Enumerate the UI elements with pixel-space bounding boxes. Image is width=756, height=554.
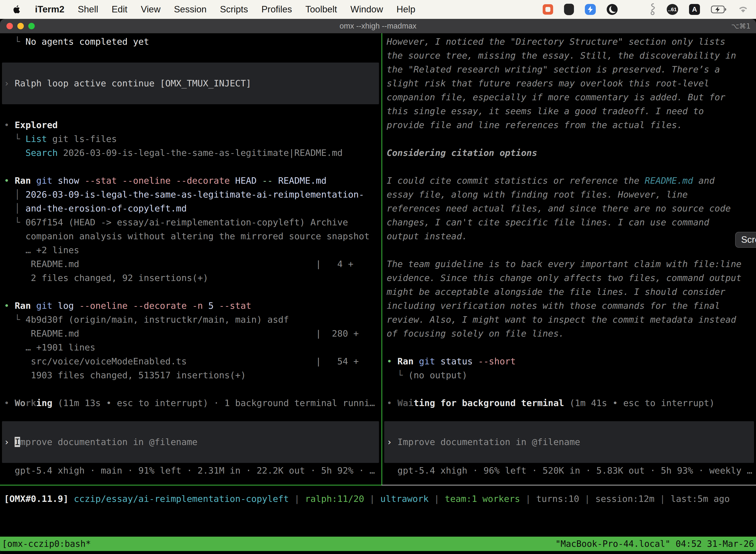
text-segment: 4b9d30f (origin/main, instructkr/main, m… [25, 315, 289, 325]
ralph-loop-banner[interactable]: › Ralph loop active continue [OMX_TMUX_I… [2, 63, 379, 104]
text-segment: ing [36, 398, 52, 408]
titlebar[interactable]: omx --xhigh --madmax ⌥⌘1 [0, 19, 756, 33]
text-segment: └ [4, 37, 25, 47]
text-segment: gpt-5.4 xhigh · main · 91% left · 2.31M … [4, 465, 375, 476]
text-segment: • [4, 120, 15, 130]
reasoning-text: provide file and line references from th… [387, 118, 756, 132]
text-segment: references need actual files, and since … [387, 203, 731, 214]
spacer [4, 382, 381, 396]
prompt-input-left[interactable]: › Improve documentation in @filename [2, 421, 379, 463]
omx-status-line: [OMX#0.11.9] cczip/essay/ai-reimplementa… [4, 492, 756, 506]
prompt-input-right[interactable]: › Improve documentation in @filename [384, 421, 754, 463]
menubar: iTerm2ShellEditViewSessionScriptsProfile… [0, 0, 756, 19]
text-segment: … +1901 lines [4, 342, 95, 352]
explored-search: Search 2026-03-09-is-legal-the-same-as-l… [4, 146, 381, 160]
text-segment: git [36, 175, 58, 186]
letter-a-app-icon[interactable]: A [689, 4, 700, 15]
text-segment: 067f154 (HEAD -> essay/ai-reimplementati… [25, 217, 348, 227]
menu-item-iterm2[interactable]: iTerm2 [28, 4, 71, 15]
text-segment: git [419, 356, 441, 366]
reasoning-text: references need actual files, and since … [387, 202, 756, 215]
text-segment: Explored [15, 120, 58, 130]
text-segment: I [15, 437, 20, 447]
reasoning-heading: Considering citation options [387, 146, 756, 160]
spacer [387, 243, 756, 257]
agents-status-line: └ No agents completed yet [4, 35, 381, 49]
text-segment: and-the-erosion-of-copyleft.md [25, 203, 187, 214]
text-segment: --short [478, 356, 516, 366]
text-segment: --stat --oneline --decorate [84, 175, 235, 186]
text-segment: session:12m [595, 494, 654, 504]
moon-app-icon[interactable] [607, 4, 618, 15]
text-segment: Ran [15, 175, 36, 186]
ran-git-status: • Ran git status --short [387, 354, 756, 368]
window-shortcut-badge: ⌥⌘1 [731, 22, 751, 30]
text-segment: 2 files changed, 92 insertions(+) [4, 273, 208, 283]
reasoning-text: slight risk that future readers may over… [387, 76, 756, 90]
reasoning-text: of focusing solely on file lines. [387, 327, 756, 340]
text-segment: Wai [397, 398, 414, 408]
text-segment: git ls-files [47, 134, 117, 144]
reasoning-text: changes, I can't cite specific file line… [387, 215, 756, 229]
text-segment: -n [192, 300, 208, 311]
text-segment: ralph:11/20 [305, 494, 364, 504]
text-segment: Search [25, 148, 58, 158]
git-log-output: README.md | 280 + [4, 327, 381, 340]
reasoning-text: the "Related research writing" section i… [387, 63, 756, 76]
battery-icon[interactable] [711, 5, 727, 13]
reasoning-text: evidence. Since this change only affects… [387, 271, 756, 285]
text-segment: and [693, 175, 714, 186]
working-status: • Working (11m 13s • esc to interrupt) ·… [4, 396, 381, 410]
menu-item-view[interactable]: View [134, 4, 168, 15]
text-segment: └ [4, 315, 25, 325]
wifi-icon[interactable] [738, 5, 749, 14]
text-segment: git [36, 300, 58, 311]
spacer [4, 285, 381, 299]
menu-item-scripts[interactable]: Scripts [213, 4, 255, 15]
screen-tooltip-label: Scre [741, 234, 756, 245]
text-segment: README.md [278, 175, 326, 186]
menu-item-help[interactable]: Help [390, 4, 422, 15]
text-segment: … +2 lines [4, 245, 79, 255]
git-log-output: 1903 files changed, 513517 insertions(+) [4, 368, 381, 382]
left-terminal-pane[interactable]: └ No agents completed yet› Ralph loop ac… [0, 33, 381, 485]
text-segment: • [4, 175, 15, 186]
explored-header: • Explored [4, 118, 381, 132]
text-segment: HEAD [235, 175, 262, 186]
menu-item-session[interactable]: Session [167, 4, 213, 15]
apple-menu-icon[interactable] [12, 4, 22, 15]
menu-item-toolbelt[interactable]: Toolbelt [299, 4, 344, 15]
right-terminal-pane[interactable]: However, I noticed the "Directory Struct… [382, 33, 756, 485]
blue-badge-icon[interactable] [585, 4, 596, 15]
menu-item-shell[interactable]: Shell [71, 4, 105, 15]
menu-item-edit[interactable]: Edit [105, 4, 134, 15]
text-segment: of focusing solely on file lines. [387, 328, 564, 339]
menu-items: iTerm2ShellEditViewSessionScriptsProfile… [28, 4, 422, 15]
text-segment: 1903 files changed, 513517 insertions(+) [4, 370, 246, 380]
text-segment: No agents completed yet [25, 37, 149, 47]
text-segment: Wo [15, 398, 25, 408]
menu-item-window[interactable]: Window [344, 4, 390, 15]
git-log-output: └ 4b9d30f (origin/main, instructkr/main,… [4, 313, 381, 327]
keypad-app-icon[interactable] [564, 4, 574, 15]
prompt-input-left-line: › Improve documentation in @filename [4, 435, 379, 449]
ran-git-log: • Ran git log --oneline --decorate -n 5 … [4, 299, 381, 313]
counter-badge-icon[interactable]: ..61 [667, 4, 678, 15]
spacer [387, 340, 756, 354]
text-segment [68, 494, 74, 504]
text-segment: The team guideline is to back every impo… [387, 259, 741, 269]
reasoning-text: the source tree, missing the essay. Stil… [387, 49, 756, 63]
text-segment: gpt-5.4 xhigh · 96% left · 520K in · 5.8… [387, 465, 752, 476]
text-segment: Ran [15, 300, 36, 311]
text-segment: Considering citation options [387, 148, 537, 158]
ran-git-show: • Ran git show --stat --oneline --decora… [4, 174, 381, 188]
text-segment: --oneline --decorate [79, 300, 192, 311]
menu-item-profiles[interactable]: Profiles [255, 4, 299, 15]
text-segment: │ [4, 189, 25, 200]
text-segment: src/voice/voiceModeEnabled.ts | 54 + [4, 356, 359, 366]
dots-grid-icon[interactable] [629, 4, 638, 14]
text-segment: might be acceptable alongside the file l… [387, 287, 725, 297]
squiggle-icon[interactable] [649, 3, 656, 16]
text-segment: README.md [645, 175, 693, 186]
chat-app-icon[interactable] [543, 4, 553, 15]
